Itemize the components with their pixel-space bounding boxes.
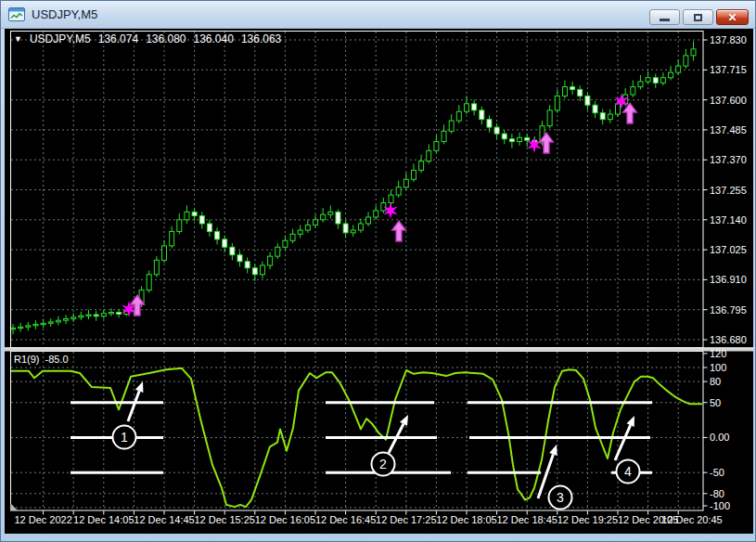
price-axis-label: 136.795 [710,304,747,316]
indicator-label: R1(9) -85.0 [14,354,69,365]
annotation-level-lines [70,403,652,472]
circled-number-label: 2 [379,457,387,471]
time-axis-label: 12 Dec 18:45 [496,514,557,525]
chart-client-area[interactable]: 1234137.830137.715137.600137.485137.3701… [5,29,753,534]
window-controls: ✕ [647,9,749,25]
time-axis-label: 12 Dec 18:05 [436,514,496,525]
symbol-dropdown-icon[interactable]: ▼ [14,32,22,45]
indicator-axis-label: 100 [710,362,726,373]
chart-plot[interactable]: 1234137.830137.715137.600137.485137.3701… [5,29,753,534]
price-axis-label: 137.370 [710,154,747,165]
annotation-arrows [128,381,634,498]
chart-app-icon [8,7,25,21]
pane-resize-triangle[interactable] [10,503,18,510]
price-axis-label: 136.910 [710,274,747,285]
chart-ohlc-header: ▼ USDJPY,M5 136.074 136.080 136.040 136.… [14,32,281,45]
close-icon: ✕ [727,11,737,24]
minimize-button[interactable] [649,9,680,25]
window-titlebar[interactable]: USDJPY,M5 ✕ [1,1,755,29]
minimize-icon [660,19,670,21]
price-axis-label: 137.255 [710,185,747,196]
price-axis-label: 137.140 [710,214,747,226]
indicator-axis-label: -100 [710,500,730,511]
mt4-chart-window: USDJPY,M5 ✕ 1234137.830137.715137.600137… [0,0,756,542]
price-axis-label: 137.600 [710,95,747,106]
indicator-axis-label: -80 [710,488,724,499]
time-axis-label: 12 Dec 2022 [14,514,71,525]
indicator-axis-label: 80 [710,376,721,387]
candlestick-series [11,41,697,334]
indicator-axis-label: 0.00 [710,432,729,443]
circled-number-label: 3 [557,490,564,505]
price-axis-label: 137.830 [710,34,747,45]
time-axis-label: 12 Dec 16:45 [315,514,376,525]
ohlc-open: 136.074 [98,32,138,45]
price-axis-label: 137.715 [710,64,747,75]
window-title: USDJPY,M5 [32,7,97,21]
time-axis-label: 12 Dec 14:05 [73,514,134,525]
indicator-axis-label: 50 [710,397,721,408]
time-axis[interactable]: 12 Dec 202212 Dec 14:0512 Dec 14:4512 De… [14,511,722,526]
close-button[interactable]: ✕ [716,9,749,25]
price-axis-label: 137.485 [710,124,747,136]
price-axis-label: 136.680 [710,334,747,345]
indicator-axis[interactable]: 12010080500.00-50-80-100 [703,348,730,511]
indicator-name: R1(9) [14,354,40,365]
indicator-axis-label: -50 [710,467,724,478]
price-axis[interactable]: 137.830137.715137.600137.485137.370137.2… [703,34,747,345]
indicator-value: -85.0 [45,354,69,365]
ohlc-low: 136.040 [194,32,234,45]
circled-number-label: 1 [121,430,128,445]
circled-number-label: 4 [624,464,632,479]
time-axis-label: 12 Dec 15:25 [194,514,254,525]
time-axis-label: 12 Dec 14:45 [134,514,194,525]
symbol-label: USDJPY,M5 [30,32,91,45]
time-axis-label: 12 Dec 19:25 [557,514,618,525]
time-axis-label: 12 Dec 16:05 [255,514,315,525]
buy-signal-markers [122,93,636,317]
restore-button[interactable] [683,9,713,25]
price-axis-label: 137.025 [710,244,747,255]
ohlc-high: 136.080 [146,32,186,45]
time-axis-label: 12 Dec 20:45 [661,514,722,525]
signal-up-arrow-icon [392,221,406,241]
restore-icon [694,14,702,21]
ohlc-close: 136.063 [241,32,281,45]
pane-divider[interactable] [5,348,753,352]
indicator-axis-label: 120 [710,348,726,359]
time-axis-label: 12 Dec 17:25 [376,514,436,525]
